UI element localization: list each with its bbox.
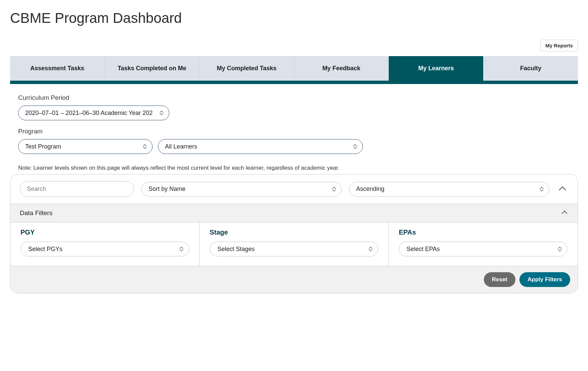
program-label: Program <box>18 128 570 135</box>
top-actions: My Reports <box>10 40 578 51</box>
epas-select[interactable]: Select EPAs <box>399 242 568 256</box>
stage-value: Select Stages <box>217 246 255 253</box>
sort-order-select[interactable]: Ascending <box>349 182 549 197</box>
data-filters-title: Data Filters <box>20 209 52 217</box>
epas-label: EPAs <box>399 229 568 236</box>
chevron-up-down-icon <box>558 247 562 251</box>
sort-by-value: Sort by Name <box>149 186 185 193</box>
apply-filters-button[interactable]: Apply Filters <box>519 272 570 287</box>
chevron-up-down-icon <box>179 247 183 251</box>
chevron-up-down-icon <box>353 144 357 149</box>
my-reports-button[interactable]: My Reports <box>540 40 578 51</box>
chevron-up-down-icon <box>369 247 373 251</box>
data-filters-grid: PGY Select PGYs Stage Select Stages EPAs <box>10 222 578 266</box>
panel-collapse-toggle[interactable] <box>557 184 568 194</box>
learners-value: All Learners <box>165 143 197 150</box>
pgy-select[interactable]: Select PGYs <box>20 242 189 256</box>
tab-faculty[interactable]: Faculty <box>484 56 578 81</box>
chevron-up-down-icon <box>160 111 164 115</box>
stage-label: Stage <box>210 229 378 236</box>
panel-controls: Sort by Name Ascending <box>10 174 578 204</box>
panel-footer: Reset Apply Filters <box>10 266 578 293</box>
tab-my-learners[interactable]: My Learners <box>389 56 484 81</box>
curriculum-period-label: Curriculum Period <box>18 94 570 101</box>
curriculum-period-value: 2020–07–01 – 2021–06–30 Academic Year 20… <box>25 110 153 117</box>
search-input[interactable] <box>20 181 134 197</box>
learner-levels-note: Note: Learner levels shown on this page … <box>10 165 578 174</box>
reset-button[interactable]: Reset <box>484 272 515 287</box>
filter-form: Curriculum Period 2020–07–01 – 2021–06–3… <box>10 84 578 165</box>
filter-cell-stage: Stage Select Stages <box>200 222 389 266</box>
pgy-value: Select PGYs <box>28 246 62 253</box>
epas-value: Select EPAs <box>407 246 440 253</box>
pgy-label: PGY <box>20 229 189 236</box>
learners-panel: Sort by Name Ascending Data Filters PGY <box>10 174 578 293</box>
tab-tasks-completed-on-me[interactable]: Tasks Completed on Me <box>105 56 200 81</box>
program-select[interactable]: Test Program <box>18 139 153 154</box>
data-filters-header[interactable]: Data Filters <box>10 204 578 222</box>
tab-my-feedback[interactable]: My Feedback <box>294 56 389 81</box>
learners-select[interactable]: All Learners <box>158 139 363 154</box>
chevron-up-icon <box>558 186 567 191</box>
chevron-up-down-icon <box>332 187 336 192</box>
sort-order-value: Ascending <box>356 186 384 193</box>
filter-cell-pgy: PGY Select PGYs <box>10 222 200 266</box>
stage-select[interactable]: Select Stages <box>210 242 378 256</box>
chevron-up-icon <box>561 210 568 216</box>
tab-assessment-tasks[interactable]: Assessment Tasks <box>10 56 105 81</box>
page-title: CBME Program Dashboard <box>10 10 578 26</box>
curriculum-period-select[interactable]: 2020–07–01 – 2021–06–30 Academic Year 20… <box>18 106 169 120</box>
tabs-bar: Assessment Tasks Tasks Completed on Me M… <box>10 56 578 84</box>
chevron-up-down-icon <box>143 144 147 149</box>
sort-by-select[interactable]: Sort by Name <box>141 182 342 197</box>
program-value: Test Program <box>25 143 61 150</box>
chevron-up-down-icon <box>540 187 544 192</box>
tab-my-completed-tasks[interactable]: My Completed Tasks <box>200 56 294 81</box>
filter-cell-epas: EPAs Select EPAs <box>389 222 578 266</box>
